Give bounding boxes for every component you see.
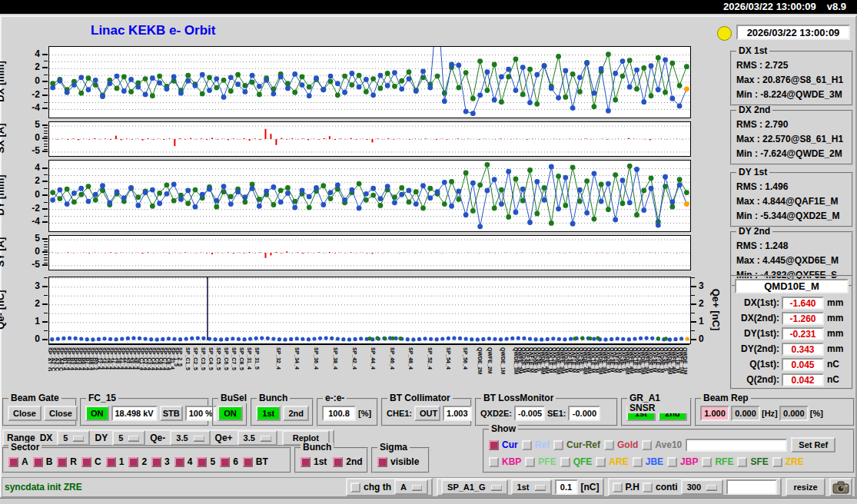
beam-rep-pct-unit: [%] xyxy=(810,409,823,418)
bpm-x-label: QWDE_1M xyxy=(500,347,506,374)
show-checkbox-jbp[interactable] xyxy=(667,457,677,467)
chg-th-group: chg th A xyxy=(346,478,433,496)
show-checkbox-zre[interactable] xyxy=(772,457,782,467)
sector-checkbox-r[interactable] xyxy=(57,457,67,467)
qxd2e-value: -0.005 xyxy=(514,406,545,421)
sector-checkbox-b[interactable] xyxy=(33,457,43,467)
status-bar: syncdata init ZRE chg th A SP_A1_G 1st 0… xyxy=(2,477,855,497)
range-qep-select[interactable]: 3.5 xyxy=(238,430,277,446)
show-checkbox-pfe[interactable] xyxy=(525,457,535,467)
sector-checkbox-2[interactable] xyxy=(128,457,138,467)
show-checkbox-gold[interactable] xyxy=(604,440,614,450)
stat-box-title: DY 2nd xyxy=(736,227,772,237)
sigma-item-visible: visible xyxy=(377,456,419,467)
bpm-x-label: SP_C7_5 xyxy=(231,347,237,370)
show-checkbox-kbp[interactable] xyxy=(489,457,499,467)
show-label: ARE xyxy=(609,456,628,467)
sigma-checkbox-visible[interactable] xyxy=(377,457,387,467)
show-checkbox-rfe[interactable] xyxy=(702,457,712,467)
bpm-x-label: SP_C6_5 xyxy=(224,347,229,370)
bunch-checkbox-group: Bunch 1st2nd xyxy=(294,447,368,473)
sector-label: 1 xyxy=(119,456,125,467)
stat-line: Max : 20.876@S8_61_H1 xyxy=(736,73,849,88)
monitor-row-label: DX(1st): xyxy=(735,297,779,308)
conti-checkbox[interactable] xyxy=(643,482,653,492)
ee-ratio-unit: [%] xyxy=(358,409,371,418)
sector-checkbox-a[interactable] xyxy=(8,457,18,467)
x-axis-line xyxy=(48,343,689,345)
show-checkbox-ave10[interactable] xyxy=(642,440,652,450)
sector-checkbox-4[interactable] xyxy=(174,457,184,467)
bunch-label: 1st xyxy=(314,456,327,467)
show-checkbox-ref[interactable] xyxy=(522,440,532,450)
busel-on-button[interactable]: ON xyxy=(218,406,243,421)
resize-button[interactable]: resize xyxy=(786,478,825,496)
threshold-input[interactable]: 0.1 xyxy=(555,479,578,495)
show-item-ref: Ref xyxy=(522,439,550,450)
chg-th-select[interactable]: A xyxy=(394,479,428,495)
show-item-qfe: QFE xyxy=(560,456,593,467)
timestamp-display: 2026/03/22 13:00:09 xyxy=(736,25,850,40)
bunch-item-1st: 1st xyxy=(301,456,327,467)
sector-checkbox-3[interactable] xyxy=(151,457,161,467)
set-ref-entry[interactable] xyxy=(686,439,787,452)
show-label: SFE xyxy=(750,456,768,467)
set-ref-button[interactable]: Set Ref xyxy=(791,437,835,453)
monitor-row-label: DY(2nd): xyxy=(735,343,779,354)
fc15-on-button[interactable]: ON xyxy=(85,406,109,421)
sector-label: B xyxy=(46,456,53,467)
monitor-row: DY(2nd):0.343mm xyxy=(735,341,849,356)
bunch-checkbox-2nd[interactable] xyxy=(333,457,343,467)
beam-gate-close-button-2[interactable]: Close xyxy=(44,406,78,421)
bunch-1st-button[interactable]: 1st xyxy=(256,406,281,421)
stat-line: RMS : 2.790 xyxy=(736,118,849,132)
sector-checkbox-5[interactable] xyxy=(197,457,207,467)
che1-out-button[interactable]: OUT xyxy=(414,406,440,421)
show-checkbox-are[interactable] xyxy=(596,457,606,467)
sector-checkbox-bt[interactable] xyxy=(243,457,253,467)
show-checkbox-qfe[interactable] xyxy=(560,457,570,467)
show-item-cur-ref: Cur-Ref xyxy=(553,439,600,450)
sector-item-b: B xyxy=(33,456,53,467)
screenshot-button[interactable] xyxy=(829,478,852,496)
dropdown-handle-icon xyxy=(491,485,502,490)
beam-gate-close-button-1[interactable]: Close xyxy=(8,406,42,421)
fc15-stb-button[interactable]: STB xyxy=(160,406,183,421)
show-checkbox-sfe[interactable] xyxy=(737,457,747,467)
monitor-row-value: 0.045 xyxy=(782,358,824,371)
sector-checkbox-1[interactable] xyxy=(106,457,116,467)
monitor-row-unit: nC xyxy=(827,374,839,385)
points-count-select[interactable]: 300 xyxy=(681,479,723,495)
gr-snsr-group: GR_A1 SNSR 1st 2nd xyxy=(621,398,692,426)
show-group: Show CurRefCur-RefGoldAve10Set Ref KBPPF… xyxy=(483,429,855,473)
sigma-group: Sigma visible xyxy=(371,447,430,473)
bpm-x-label: SP_38_4 xyxy=(333,347,338,370)
bt-collimator-title: BT Collimator xyxy=(387,393,453,403)
bpm-x-label: SP_48_4 xyxy=(408,347,414,370)
titlebar-clock: 2026/03/22 13:00:09 xyxy=(723,1,816,12)
range-qem-select[interactable]: 3.5 xyxy=(170,430,210,446)
range-dy-select[interactable]: 5 xyxy=(112,430,145,446)
ph-checkbox[interactable] xyxy=(613,482,623,492)
monitor-row-value: -1.640 xyxy=(782,297,824,310)
show-checkbox-cur-ref[interactable] xyxy=(553,440,563,450)
show-label: RFE xyxy=(715,456,733,467)
sector-checkbox-c[interactable] xyxy=(81,457,91,467)
chg-th-checkbox[interactable] xyxy=(350,482,360,492)
bunch-checkbox-1st[interactable] xyxy=(301,457,311,467)
show-checkbox-jbe[interactable] xyxy=(633,457,643,467)
stat-line: RMS : 1.496 xyxy=(736,180,849,194)
bt-lossmonitor-group: BT LossMonitor QXD2E: -0.005 SE1: -0.000 xyxy=(475,398,618,426)
monitor-row-value: -1.260 xyxy=(782,312,824,325)
beam-gate-group: Beam Gate Close Close xyxy=(2,398,77,426)
sector-checkbox-6[interactable] xyxy=(220,457,230,467)
bunch-2nd-button[interactable]: 2nd xyxy=(283,406,309,421)
range-bar: Range DX 5 DY 5 Qe- 3.5 Qe+ 3.5 Replot xyxy=(2,429,334,446)
sp-monitor-select[interactable]: SP_A1_G xyxy=(441,479,508,495)
sp-bunch-select[interactable]: 1st xyxy=(511,479,552,495)
qxd2e-label: QXD2E: xyxy=(480,409,512,418)
show-checkbox-cur[interactable] xyxy=(489,440,499,450)
range-dx-select[interactable]: 5 xyxy=(57,430,90,446)
status-entry[interactable] xyxy=(726,479,777,495)
dropdown-handle-icon xyxy=(128,436,139,441)
